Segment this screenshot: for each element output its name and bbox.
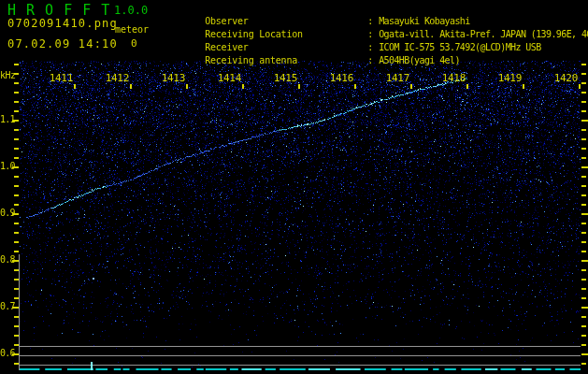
x-tick-label-1420: 1420 — [550, 72, 578, 84]
y-tick-label-1.0: 1.0 — [0, 161, 14, 171]
output-filename: 0702091410.png — [7, 17, 118, 30]
meteor-count: 0 — [131, 37, 137, 50]
info-colon: : — [367, 41, 379, 54]
info-label: Observer — [205, 15, 367, 28]
info-value: Ogata-vill. Akita-Pref. JAPAN (139.96E, … — [379, 29, 588, 39]
x-tick-label-1411: 1411 — [45, 72, 73, 84]
y-tick-label-0.8: 0.8 — [0, 254, 14, 265]
y-tick-label-0.7: 0.7 — [0, 301, 14, 311]
y-tick-label-1.1: 1.1 — [0, 114, 14, 124]
station-info: Observer:Masayuki Kobayashi Receiving Lo… — [171, 2, 588, 54]
info-label: Receiving Location — [205, 28, 367, 41]
timestamp: 07.02.09 14:10 — [7, 37, 118, 50]
info-value: A504HB(yagi 4el) — [379, 55, 460, 65]
y-tick-label-0.6: 0.6 — [0, 348, 14, 358]
info-value: Masayuki Kobayashi — [379, 16, 470, 26]
info-colon: : — [367, 28, 379, 41]
info-label: Receiving antenna — [205, 54, 367, 67]
x-tick-label-1418: 1418 — [437, 72, 466, 84]
mode-label: meteor — [115, 24, 149, 35]
x-tick-label-1413: 1413 — [157, 72, 185, 84]
x-tick-label-1419: 1419 — [494, 72, 522, 84]
hrofft-window: H R O F F T 1.0.0 0702091410.png meteor … — [0, 0, 588, 374]
info-colon: : — [367, 54, 379, 67]
x-tick-label-1417: 1417 — [381, 72, 409, 84]
info-value: ICOM IC-575 53.7492(@LCD)MHz USB — [379, 42, 540, 52]
x-tick-label-1412: 1412 — [101, 72, 129, 84]
x-tick-label-1415: 1415 — [269, 72, 297, 84]
info-row-observer: Observer:Masayuki Kobayashi — [171, 2, 588, 15]
app-version: 1.0.0 — [114, 4, 148, 17]
info-colon: : — [367, 15, 379, 28]
x-tick-label-1416: 1416 — [325, 72, 353, 84]
x-tick-label-1414: 1414 — [213, 72, 241, 84]
info-label: Receiver — [205, 41, 367, 54]
y-axis-unit: kHz — [0, 70, 16, 80]
y-tick-label-0.9: 0.9 — [0, 208, 14, 218]
